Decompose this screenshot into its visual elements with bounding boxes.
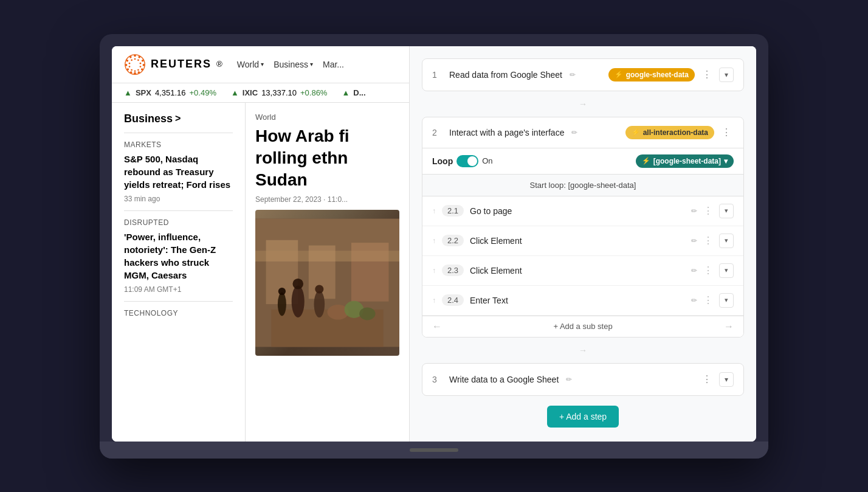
step-2-card: 2 Interact with a page's interface ✏ ⚡ a… [422, 117, 744, 338]
ticker-ixic-change: +0.86% [300, 88, 327, 97]
featured-article: World How Arab firolling ethnSudan Septe… [246, 103, 409, 356]
step-1-right: ⚡ google-sheet-data ⋮ ▾ [608, 68, 734, 82]
svg-point-30 [292, 285, 305, 317]
step-3-card: 3 Write data to a Google Sheet ✏ ⋮ ▾ [422, 363, 744, 396]
article-1-title[interactable]: S&P 500, Nasdaq rebound as Treasury yiel… [124, 153, 233, 191]
svg-rect-39 [255, 218, 399, 261]
nav-item-world[interactable]: World ▾ [237, 60, 264, 69]
sub-step-2-1-number: 2.1 [442, 205, 464, 217]
loop-badge[interactable]: ⚡ [google-sheet-data] ▾ [636, 154, 734, 168]
ticker-spx-arrow: ▲ [124, 88, 132, 97]
sub-step-2-1-menu-icon[interactable]: ⋮ [703, 205, 713, 217]
svg-point-36 [359, 307, 375, 320]
ticker-d-arrow: ▲ [342, 88, 350, 97]
sub-step-2-2-edit-icon[interactable]: ✏ [691, 237, 697, 245]
laptop-frame: REUTERS® World ▾ Business ▾ Mar... [100, 34, 768, 459]
step-1-menu-icon[interactable]: ⋮ [700, 69, 714, 80]
substep-2-3-up-icon[interactable]: ↑ [432, 266, 436, 275]
step-2-left: 2 Interact with a page's interface ✏ [432, 128, 577, 137]
ticker-bar: ▲ SPX 4,351.16 +0.49% ▲ IXIC 13,337.10 +… [112, 83, 409, 103]
step-3-right: ⋮ ▾ [700, 372, 734, 387]
loop-nav-footer: ← + Add a sub step → [422, 316, 743, 337]
ticker-spx-value: 4,351.16 [155, 88, 186, 97]
step-1-expand-icon[interactable]: ▾ [719, 68, 734, 82]
svg-point-37 [278, 292, 286, 316]
svg-point-15 [140, 62, 142, 64]
loop-nav-forward-icon[interactable]: → [724, 321, 734, 332]
svg-point-32 [314, 291, 325, 317]
step-2-badge[interactable]: ⚡ all-interaction-data [625, 126, 714, 139]
business-chevron-icon: ▾ [310, 61, 313, 68]
add-sub-step-button[interactable]: + Add a sub step [553, 322, 612, 331]
sub-step-2-3-edit-icon[interactable]: ✏ [691, 266, 697, 275]
svg-point-5 [141, 68, 143, 71]
loop-badge-chevron: ▾ [724, 157, 728, 165]
ticker-spx-label: SPX [136, 88, 151, 97]
step-3-number: 3 [432, 375, 442, 384]
svg-point-6 [138, 71, 140, 74]
loop-badge-icon: ⚡ [642, 157, 650, 165]
sub-step-2-4-expand-icon[interactable]: ▾ [719, 293, 734, 308]
step-2-right: ⚡ all-interaction-data ⋮ [625, 126, 734, 139]
reuters-logo-text: REUTERS [151, 58, 212, 71]
nav-item-markets[interactable]: Mar... [323, 60, 344, 69]
svg-point-19 [131, 69, 133, 71]
sub-step-2-1-title: Go to page [470, 206, 685, 216]
connector-1-2: → [422, 100, 744, 108]
step-1-edit-icon[interactable]: ✏ [570, 71, 576, 79]
svg-point-17 [137, 69, 139, 71]
svg-point-3 [142, 59, 144, 61]
step-2-edit-icon[interactable]: ✏ [571, 128, 577, 137]
reuters-right-col: World How Arab firolling ethnSudan Septe… [246, 103, 409, 442]
substep-2-4-up-icon[interactable]: ↑ [432, 296, 436, 305]
sub-step-2-2-expand-icon[interactable]: ▾ [719, 234, 734, 248]
nav-item-business[interactable]: Business ▾ [274, 60, 313, 69]
sub-step-2-1-expand-icon[interactable]: ▾ [719, 204, 734, 218]
step-2-header: 2 Interact with a page's interface ✏ ⚡ a… [422, 117, 743, 148]
svg-point-11 [126, 59, 129, 61]
add-step-button[interactable]: + Add a step [547, 406, 619, 428]
svg-point-38 [278, 288, 286, 295]
svg-point-13 [134, 58, 136, 60]
sub-step-2-4-edit-icon[interactable]: ✏ [691, 296, 697, 305]
step-2-title: Interact with a page's interface [449, 128, 564, 137]
loop-toggle[interactable] [456, 155, 478, 167]
business-section-title[interactable]: Business > [124, 113, 233, 125]
sub-step-2-2-menu-icon[interactable]: ⋮ [703, 235, 713, 246]
loop-nav-back-icon[interactable]: ← [432, 321, 442, 332]
step-1-badge[interactable]: ⚡ google-sheet-data [608, 68, 695, 81]
loop-toggle-on-text: On [482, 156, 492, 165]
substep-2-2-up-icon[interactable]: ↑ [432, 237, 436, 245]
sub-step-2-2-title: Click Element [470, 236, 685, 246]
sub-step-2-1: ↑ 2.1 Go to page ✏ ⋮ ▾ [422, 196, 743, 226]
article-1-time: 33 min ago [124, 195, 233, 203]
markets-category: Markets [124, 140, 233, 149]
step-2-menu-icon[interactable]: ⋮ [719, 126, 734, 138]
sub-step-2-4-menu-icon[interactable]: ⋮ [703, 294, 713, 306]
laptop-bottom [100, 442, 768, 459]
svg-point-8 [130, 71, 133, 74]
step-3-title: Write data to a Google Sheet [449, 375, 559, 384]
step-3-edit-icon[interactable]: ✏ [566, 375, 572, 384]
svg-point-10 [125, 64, 128, 66]
loop-inner-header: Start loop: [google-sheet-data] [422, 175, 743, 196]
svg-point-33 [315, 285, 323, 293]
substep-2-1-up-icon[interactable]: ↑ [432, 207, 436, 215]
step-3-menu-icon[interactable]: ⋮ [700, 373, 714, 385]
reuters-content: Business > Markets S&P 500, Nasdaq rebou… [112, 103, 409, 442]
loop-label: Loop [432, 156, 453, 166]
featured-title[interactable]: How Arab firolling ethnSudan [255, 125, 399, 192]
step-1-card: 1 Read data from Google Sheet ✏ ⚡ google… [422, 58, 744, 91]
article-2-title[interactable]: 'Power, influence, notoriety': The Gen-Z… [124, 230, 233, 282]
step-2-badge-text: all-interaction-data [643, 128, 708, 137]
sub-step-2-3-expand-icon[interactable]: ▾ [719, 263, 734, 278]
svg-point-22 [131, 59, 133, 61]
loop-body: Loop On ⚡ [google-sheet-data] ▾ [422, 148, 743, 337]
step-1-badge-text: google-sheet-data [626, 71, 689, 79]
step-2-number: 2 [432, 128, 442, 137]
sub-step-2-4: ↑ 2.4 Enter Text ✏ ⋮ ▾ [422, 286, 743, 316]
ticker-spx: ▲ SPX 4,351.16 +0.49% [124, 88, 216, 97]
sub-step-2-3-menu-icon[interactable]: ⋮ [703, 265, 713, 276]
step-3-expand-icon[interactable]: ▾ [719, 372, 734, 387]
sub-step-2-1-edit-icon[interactable]: ✏ [691, 207, 697, 215]
